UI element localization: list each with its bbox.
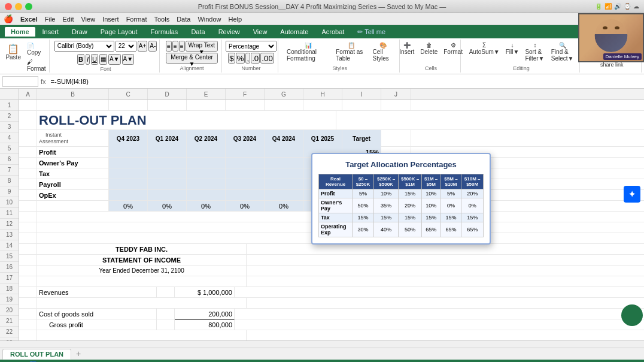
tab-draw[interactable]: Draw <box>66 27 93 37</box>
cell-a1[interactable] <box>19 100 37 110</box>
number-format-select[interactable]: Percentage <box>226 41 277 52</box>
cell-b2-title[interactable]: ROLL-OUT PLAN <box>37 111 336 130</box>
tab-review[interactable]: Review <box>212 27 246 37</box>
cell-a20[interactable] <box>19 319 37 330</box>
cell-c6[interactable] <box>109 168 148 179</box>
cell-i1[interactable] <box>342 100 381 110</box>
bold-button[interactable]: B <box>77 54 84 65</box>
tab-acrobat[interactable]: Acrobat <box>315 27 350 37</box>
cell-d1[interactable] <box>148 100 187 110</box>
delete-button[interactable]: 🗑Delete <box>418 41 440 56</box>
underline-button[interactable]: U <box>91 54 98 65</box>
cell-e5[interactable] <box>187 158 226 168</box>
cell-a15[interactable] <box>19 266 37 276</box>
tab-formulas[interactable]: Formulas <box>145 27 184 37</box>
col-header-g[interactable]: G <box>265 89 303 99</box>
autosum-button[interactable]: ΣAutoSum▼ <box>467 41 502 63</box>
cell-a12[interactable] <box>19 233 37 243</box>
cell-c4[interactable] <box>109 147 148 157</box>
cell-b16[interactable] <box>37 276 247 286</box>
col-header-d[interactable]: D <box>148 89 187 99</box>
cell-g3[interactable]: Q4 2024 <box>265 130 303 147</box>
align-left-button[interactable]: ≡ <box>166 41 172 52</box>
cell-f4[interactable] <box>226 147 265 157</box>
cell-d17[interactable]: $ 1,000,000 <box>175 287 235 297</box>
col-header-a[interactable]: A <box>19 89 37 99</box>
cell-a7[interactable] <box>19 179 37 189</box>
cell-a5[interactable] <box>19 158 37 168</box>
cell-b9[interactable] <box>37 201 109 211</box>
name-box[interactable] <box>2 76 38 87</box>
cell-d19[interactable]: 200,000 <box>175 309 235 319</box>
cell-b19[interactable]: Cost of goods sold <box>37 309 157 319</box>
cell-d8[interactable] <box>148 190 187 200</box>
cell-b17[interactable]: Revenues <box>37 287 157 297</box>
sheet-tab-rollout[interactable]: ROLL OUT PLAN <box>2 349 71 360</box>
cell-f7[interactable] <box>226 179 265 189</box>
decrease-decimal-button[interactable]: .00 <box>260 53 274 64</box>
cell-f5[interactable] <box>226 158 265 168</box>
cell-g8[interactable] <box>265 190 303 200</box>
italic-button[interactable]: I <box>86 54 90 65</box>
cell-styles-button[interactable]: 🎨Cell Styles <box>370 41 396 63</box>
cell-b11[interactable] <box>37 222 336 233</box>
cell-g4[interactable] <box>265 147 303 157</box>
cell-g5[interactable] <box>265 158 303 168</box>
format-button[interactable]: ⚙Format <box>441 41 465 56</box>
tab-page-layout[interactable]: Page Layout <box>95 27 144 37</box>
cell-g9[interactable]: 0% <box>265 201 303 211</box>
cell-b20[interactable]: Gross profit <box>37 319 157 330</box>
cell-f3[interactable]: Q3 2024 <box>226 130 265 147</box>
cell-d3[interactable]: Q1 2024 <box>148 130 187 147</box>
cell-d4[interactable] <box>148 147 187 157</box>
cell-a14[interactable] <box>19 255 37 265</box>
cell-b6[interactable]: Tax <box>37 168 109 179</box>
cell-b3[interactable]: Instant Assessment <box>37 130 109 147</box>
cell-d7[interactable] <box>148 179 187 189</box>
align-center-button[interactable]: ≡ <box>172 41 178 52</box>
cell-a9[interactable] <box>19 201 37 211</box>
percent-button[interactable]: % <box>236 53 245 64</box>
sort-filter-button[interactable]: ↕Sort & Filter▼ <box>523 41 547 63</box>
cell-a21[interactable] <box>19 330 37 340</box>
formula-input[interactable] <box>48 76 642 87</box>
tab-view[interactable]: View <box>247 27 274 37</box>
cell-e9[interactable]: 0% <box>187 201 226 211</box>
menu-data[interactable]: Data <box>177 16 190 23</box>
menu-window[interactable]: Window <box>198 16 221 23</box>
cell-d6[interactable] <box>148 168 187 179</box>
cell-b10[interactable] <box>37 212 336 222</box>
cell-e8[interactable] <box>187 190 226 200</box>
cell-b4[interactable]: Profit <box>37 147 109 157</box>
merge-center-button[interactable]: Merge & Center ▼ <box>166 53 218 64</box>
cell-a4[interactable] <box>19 147 37 157</box>
cell-d9[interactable]: 0% <box>148 201 187 211</box>
font-family-select[interactable]: Calibri (Body) <box>54 41 114 52</box>
cell-f1[interactable] <box>226 100 265 110</box>
menu-excel[interactable]: Excel <box>20 16 38 23</box>
cell-b5[interactable]: Owner's Pay <box>37 158 109 168</box>
dropbox-icon[interactable]: ✦ <box>624 186 640 203</box>
minimize-button[interactable] <box>15 3 22 10</box>
align-right-button[interactable]: ≡ <box>179 41 185 52</box>
cell-b7[interactable]: Payroll <box>37 179 109 189</box>
tab-tell-me[interactable]: ✏ Tell me <box>351 27 391 37</box>
font-size-select[interactable]: 22 <box>116 41 136 52</box>
menu-tools[interactable]: Tools <box>154 16 169 23</box>
cell-d5[interactable] <box>148 158 187 168</box>
menu-help[interactable]: Help <box>229 16 242 23</box>
cell-g6[interactable] <box>265 168 303 179</box>
cell-c7[interactable] <box>109 179 148 189</box>
cell-a18[interactable] <box>19 298 37 308</box>
col-header-f[interactable]: F <box>226 89 265 99</box>
menu-format[interactable]: Format <box>126 16 147 23</box>
cell-f6[interactable] <box>226 168 265 179</box>
menu-insert[interactable]: Insert <box>102 16 119 23</box>
cell-a13[interactable] <box>19 244 37 254</box>
col-header-i[interactable]: I <box>342 89 381 99</box>
font-color-button[interactable]: A▼ <box>122 54 135 65</box>
wrap-text-button[interactable]: Wrap Text ▼ <box>186 41 218 52</box>
tab-insert[interactable]: Insert <box>37 27 65 37</box>
cell-a17[interactable] <box>19 287 37 297</box>
cell-c3[interactable]: Q4 2023 <box>109 130 148 147</box>
